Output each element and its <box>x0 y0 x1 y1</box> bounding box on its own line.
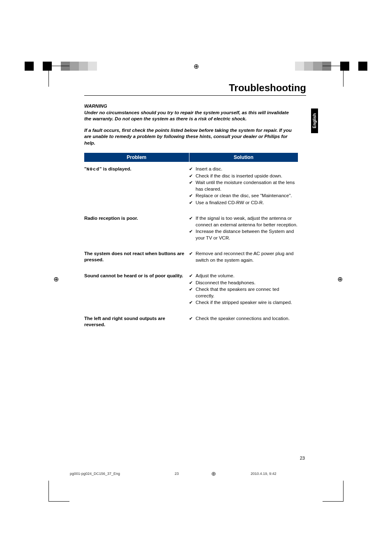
solution-cell: Insert a disc.Check if the disc is inser… <box>189 166 298 206</box>
col-header-solution: Solution <box>189 153 298 162</box>
problem-cell: The left and right sound outputs are rev… <box>84 315 189 328</box>
solution-item: Replace or clean the disc, see "Maintena… <box>189 193 298 199</box>
problem-cell: Sound cannot be heard or is of poor qual… <box>84 273 189 306</box>
note-block: If a fault occurs, first check the point… <box>84 127 294 147</box>
color-swatch <box>97 62 106 71</box>
color-swatch <box>34 62 43 71</box>
table-row: The left and right sound outputs are rev… <box>84 306 298 328</box>
color-swatch <box>313 62 322 71</box>
color-swatch <box>295 62 304 71</box>
solution-item: Check that the speakers are connec ted c… <box>189 286 298 299</box>
solution-item: Insert a disc. <box>189 166 298 173</box>
color-swatch <box>349 62 358 71</box>
page-number: 23 <box>300 456 305 461</box>
solution-item: Adjust the volume. <box>189 273 298 279</box>
solution-item: Disconnect the headphones. <box>189 280 298 286</box>
solution-item: If the signal is too weak, adjust the an… <box>189 215 298 228</box>
color-swatch <box>25 62 34 71</box>
solution-item: Wait until the moisture condensation at … <box>189 180 298 192</box>
footer-datetime: 2010.4.19, 9:42 <box>226 472 322 476</box>
table-body: "N0cd" is displayed.Insert a disc.Check … <box>84 162 298 328</box>
solution-item: Remove and reconnect the AC power plug a… <box>189 251 298 263</box>
registration-icon: ⊕ <box>53 275 59 283</box>
solution-cell: Adjust the volume.Disconnect the headpho… <box>189 273 298 306</box>
color-swatch <box>79 62 88 71</box>
registration-icon: ⊕ <box>337 275 343 283</box>
table-header: Problem Solution <box>84 153 298 162</box>
color-swatch <box>286 62 295 71</box>
solution-cell: If the signal is too weak, adjust the an… <box>189 215 298 242</box>
color-swatch <box>304 62 313 71</box>
solution-item: Check if the disc is inserted upside dow… <box>189 173 298 180</box>
color-swatch <box>106 62 115 71</box>
crop-mark <box>323 66 344 87</box>
solution-item: Use a finalized CD-RW or CD-R. <box>189 200 298 206</box>
solution-cell: Check the speaker connections and locati… <box>189 315 298 328</box>
warning-label: WARNING <box>84 103 294 110</box>
table-row: The system does not react when buttons a… <box>84 242 298 264</box>
problem-cell: Radio reception is poor. <box>84 215 189 242</box>
page-content: Troubleshooting WARNING Under no circums… <box>84 82 306 328</box>
solution-cell: Remove and reconnect the AC power plug a… <box>189 251 298 264</box>
warning-text: Under no circumstances should you try to… <box>84 110 289 122</box>
solution-item: Check the speaker connections and locati… <box>189 315 298 322</box>
color-bar-left <box>25 62 115 71</box>
table-row: Sound cannot be heard or is of poor qual… <box>84 264 298 306</box>
problem-cell: "N0cd" is displayed. <box>84 166 189 206</box>
page-title: Troubleshooting <box>84 82 306 96</box>
color-swatch <box>88 62 97 71</box>
solution-item: Increase the distance between the System… <box>189 228 298 241</box>
footer-page: 23 <box>152 472 201 476</box>
crop-mark <box>48 481 69 502</box>
color-swatch <box>358 62 367 71</box>
crop-mark <box>48 66 69 87</box>
table-row: Radio reception is poor.If the signal is… <box>84 206 298 242</box>
color-swatch <box>70 62 79 71</box>
registration-icon: ⊕ <box>201 470 226 477</box>
crop-mark <box>323 481 344 502</box>
solution-item: Check if the stripped speaker wire is cl… <box>189 299 298 306</box>
table-row: "N0cd" is displayed.Insert a disc.Check … <box>84 162 298 206</box>
warning-block: WARNING Under no circumstances should yo… <box>84 103 294 122</box>
col-header-problem: Problem <box>84 153 189 162</box>
language-tab: English <box>311 108 318 133</box>
registration-icon: ⊕ <box>194 62 199 70</box>
problem-cell: The system does not react when buttons a… <box>84 251 189 264</box>
color-bar-right <box>277 62 367 71</box>
print-footer: pg001-pg024_DC156_37_Eng 23 ⊕ 2010.4.19,… <box>70 470 322 477</box>
footer-filename: pg001-pg024_DC156_37_Eng <box>70 472 152 476</box>
color-swatch <box>277 62 286 71</box>
